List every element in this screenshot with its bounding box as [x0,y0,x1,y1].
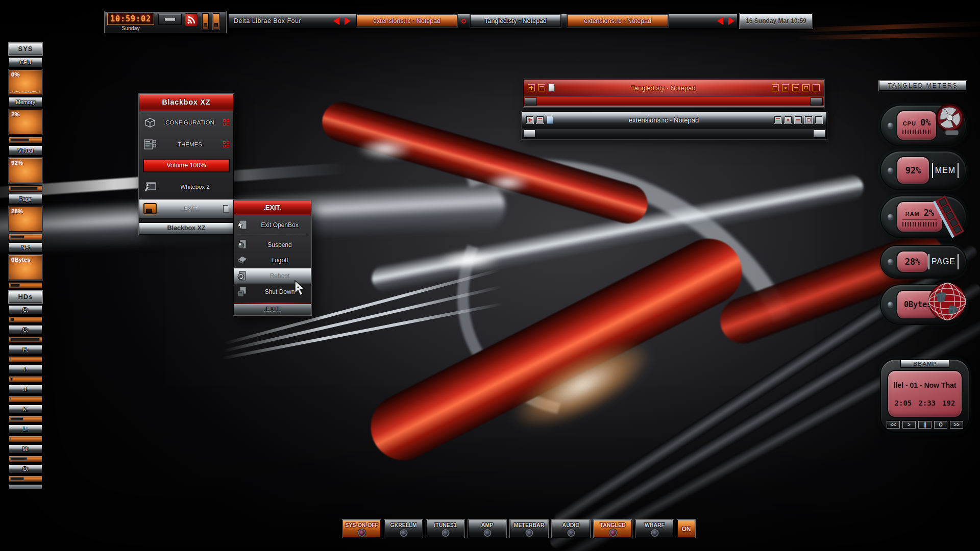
led-icon [484,530,490,536]
dock-button-itunes1[interactable]: iTUNES1 [426,520,464,538]
menu-item-label: Shut Down [252,288,308,295]
date-display[interactable]: 16 Sunday Mar 10:59 [740,13,813,29]
pause-button[interactable]: || [918,421,932,429]
menu-item-suspend[interactable]: Suspend [234,237,311,253]
page-meter: 28% [9,206,42,232]
drive-label[interactable]: J: [9,385,42,394]
menu-item-whitebox[interactable]: Whitebox 2 [139,174,233,199]
drive-label[interactable]: K: [9,405,42,414]
minimize-button[interactable] [795,116,802,123]
shade-button[interactable] [774,116,781,123]
minimize-button[interactable] [792,84,799,91]
titlebar[interactable]: Tangled.sty - Notepad [524,80,824,96]
clock-dock[interactable]: 10:59:02 Sunday [105,11,226,33]
taskbar-next-icon[interactable] [728,17,734,25]
dock-button-wharf[interactable]: WHARF [635,520,674,538]
menu-item-exit-openbox[interactable]: Exit OpenBox [234,215,311,233]
resize-grip[interactable] [811,97,823,106]
task-button-extensions-2[interactable]: extensions.rc - Notepad [567,15,668,27]
window-menu-button[interactable] [536,116,544,123]
rss-icon[interactable] [185,13,198,27]
themes-icon [143,138,157,151]
stop-button[interactable]: O [934,421,947,429]
task-button-tangled[interactable]: Tangled.sty - Notepad [470,15,561,27]
sys-header[interactable]: SYS [9,43,42,55]
shade-button[interactable] [772,84,779,91]
drive-label[interactable]: G: [9,325,42,334]
gauge-ticks [902,130,931,134]
resize-grip[interactable] [813,130,825,138]
dock-button-amp[interactable]: AMP [468,520,506,538]
dock-button-tangled[interactable]: TANGLED [594,520,632,538]
window-flash-icon[interactable] [461,19,466,23]
workspace-prev-icon[interactable] [333,17,339,25]
resize-grip[interactable] [523,130,535,138]
drive-label[interactable]: C: [9,305,42,314]
led-icon [401,530,406,536]
close-button[interactable] [813,84,820,91]
prev-button[interactable]: << [887,421,900,429]
sticky-button[interactable] [782,84,789,91]
menu-item-configuration[interactable]: .CONFIGURATION. [139,111,233,132]
mem-gauge-screen: 92% [896,156,930,185]
pin-button[interactable] [526,116,533,123]
maximize-button[interactable] [802,84,810,91]
drive-label[interactable]: H: [9,345,42,354]
menu-item-label: .CONFIGURATION. [161,119,219,126]
pin-button[interactable] [528,84,535,91]
gauge-value: 2% [924,208,934,218]
resize-grip[interactable] [525,97,537,106]
cpu-graph [10,89,40,93]
menu-item-exit[interactable]: .EXIT. [139,199,233,218]
launcher-dock: SYS-ON-OFF GKRELLM iTUNES1 AMP METERBAR … [342,520,695,538]
volume-fader-icon[interactable] [213,13,219,30]
titlebar[interactable]: extensions.rc - Notepad [522,112,826,128]
sticky-button[interactable] [785,116,792,123]
taskbar-prev-icon[interactable] [717,17,723,25]
gauge-line [902,219,937,220]
menu-item-themes[interactable]: .THEMES. [139,132,233,157]
menu-item-logoff[interactable]: Logoff [234,253,311,268]
gauge-side-label: PAGE [928,254,959,269]
drive-usage-bar [9,475,42,482]
workspace-next-icon[interactable] [345,17,351,25]
shutdown-icon [237,286,248,297]
hds-header[interactable]: HDs [9,291,42,303]
menu-item-reboot[interactable]: Reboot [234,268,311,284]
menu-item-label: Exit OpenBox [252,221,308,229]
led-icon [526,530,532,536]
dock-button-sys-on-off[interactable]: SYS-ON-OFF [342,520,381,538]
drive-usage-bar [9,436,42,442]
drive-label[interactable]: O: [9,464,42,473]
cpu-meter: 0% [9,69,42,95]
drive-usage-bar [9,376,42,383]
gauge-side-label: MEM [932,163,959,178]
next-button[interactable]: >> [950,421,963,429]
task-button-extensions[interactable]: extensions.rc - Notepad [356,15,457,27]
drive-usage-bar [9,336,42,343]
maximize-button[interactable] [805,116,812,123]
submenu-grid-icon [223,141,229,147]
dock-button-meterbar[interactable]: METERBAR [510,520,548,538]
minimized-window-button[interactable] [158,14,182,25]
taskbar: Delta Librae Box Four extensions.rc - No… [228,13,738,29]
play-button[interactable]: > [902,421,916,429]
workspace-name[interactable]: Delta Librae Box Four [234,17,331,24]
volume-fader-icon[interactable] [202,13,209,30]
menu-item-shutdown[interactable]: Shut Down [234,284,311,299]
led-icon [610,530,616,536]
dock-button-gkrellm[interactable]: GKRELLM [384,520,423,538]
drive-label[interactable]: I: [9,365,42,374]
drive-label[interactable]: M: [9,444,42,454]
close-button[interactable] [815,116,822,123]
menu-item-volume[interactable]: Volume 100% [143,159,229,172]
player-controls: << > || O >> [881,421,969,429]
ram-gauge-screen: RAM 2% [896,201,943,233]
dock-button-audio[interactable]: AUDIO [552,520,590,538]
dock-button-on[interactable]: ON [677,520,695,538]
window-menu-button[interactable] [538,84,545,91]
player-title[interactable]: BBAMP [900,360,949,368]
drive-label[interactable]: L: [9,424,42,434]
reboot-icon [237,270,248,282]
meters-panel-title: TANGLED METERS [879,81,967,91]
